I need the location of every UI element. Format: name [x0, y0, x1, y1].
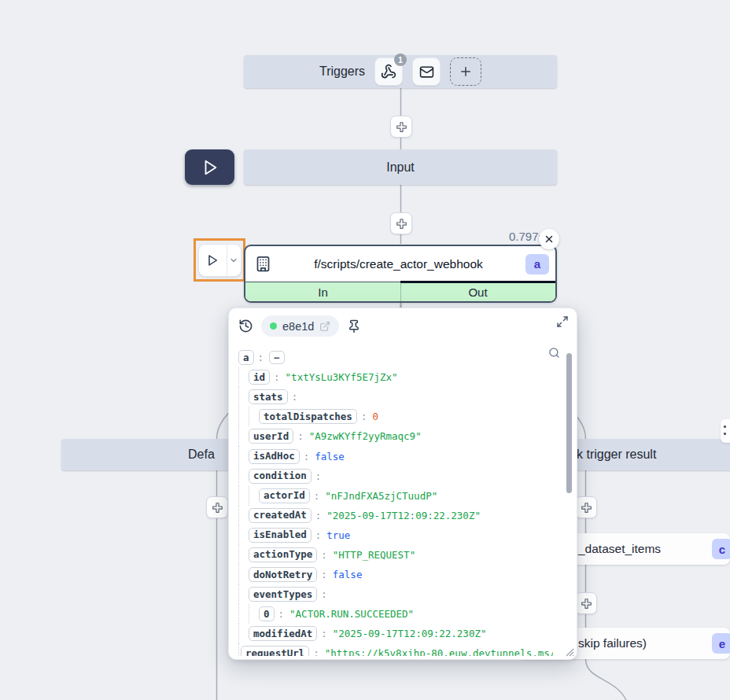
add-step-button[interactable] — [575, 496, 597, 518]
json-key[interactable]: condition — [249, 469, 312, 484]
json-key[interactable]: createdAt — [249, 508, 312, 523]
pin-icon[interactable] — [347, 319, 361, 333]
add-step-button[interactable] — [575, 592, 597, 614]
json-value: "HTTP_REQUEST" — [333, 549, 415, 561]
json-key[interactable]: eventTypes — [249, 587, 317, 602]
json-row[interactable]: modifiedAt:"2025-09-17T12:09:22.230Z" — [238, 624, 553, 643]
add-trigger-button[interactable] — [450, 57, 481, 86]
tab-in[interactable]: In — [245, 282, 400, 302]
resize-handle[interactable] — [565, 647, 574, 657]
indent-guide — [238, 387, 247, 407]
json-value: "nFJndFXA5zjCTuudP" — [325, 490, 437, 502]
json-colon: : — [315, 510, 322, 521]
json-colon: : — [258, 352, 264, 363]
run-flow-button[interactable] — [185, 149, 234, 185]
result-popup: e8e1d a:−id:"txtYsLu3KYf5E7jZx"stats:tot… — [228, 308, 577, 660]
json-row[interactable]: condition: — [238, 466, 553, 486]
close-icon — [544, 234, 555, 245]
json-value: false — [315, 451, 345, 462]
json-key[interactable]: modifiedAt — [249, 626, 317, 641]
script-node-header[interactable]: f/scripts/create_actor_webhook a — [245, 246, 555, 282]
json-key[interactable]: id — [249, 370, 270, 385]
json-row[interactable]: isEnabled:true — [238, 525, 553, 545]
json-key[interactable]: isAdHoc — [249, 449, 300, 464]
json-key[interactable]: isEnabled — [249, 528, 312, 543]
run-id-pill[interactable]: e8e1d — [261, 315, 339, 337]
json-row[interactable]: userId:"A9zwKYff2yyRmaqc9" — [238, 426, 553, 446]
json-key[interactable]: userId — [249, 429, 293, 444]
email-trigger-button[interactable] — [412, 57, 441, 86]
history-icon[interactable] — [238, 319, 253, 333]
input-node[interactable]: Input — [244, 149, 557, 185]
indent-guide — [238, 466, 247, 486]
json-colon: : — [315, 529, 322, 541]
json-colon: : — [321, 569, 327, 580]
json-value: "2025-09-17T12:09:22.230Z" — [333, 628, 487, 639]
json-row[interactable]: actionType:"HTTP_REQUEST" — [238, 545, 553, 565]
json-colon: : — [321, 588, 327, 600]
selected-tab-indicator — [400, 281, 556, 283]
expand-popup-button[interactable] — [556, 315, 569, 328]
run-step-split-button[interactable] — [198, 244, 241, 277]
json-key[interactable]: stats — [249, 389, 288, 404]
plus-icon — [395, 217, 408, 230]
json-value: "https://k5v8xihp-80.euw.devtunnels.ms/a… — [325, 647, 553, 656]
step-id-badge: e — [712, 633, 730, 654]
json-colon: : — [314, 490, 320, 502]
add-branch-button[interactable] — [721, 419, 730, 443]
run-step-button[interactable] — [199, 245, 227, 276]
indent-guide — [238, 565, 247, 584]
external-link-icon[interactable] — [319, 321, 330, 332]
add-step-button[interactable] — [206, 496, 228, 518]
json-row[interactable]: totalDispatches:0 — [238, 407, 553, 426]
json-row[interactable]: actorId:"nFJndFXA5zjCTuudP" — [238, 486, 553, 506]
close-result-button[interactable] — [539, 229, 559, 249]
json-row[interactable]: eventTypes: — [238, 584, 553, 604]
json-row[interactable]: id:"txtYsLu3KYf5E7jZx" — [238, 367, 553, 387]
json-row[interactable]: stats: — [238, 387, 553, 407]
json-value: "2025-09-17T12:09:22.230Z" — [326, 510, 481, 521]
json-row[interactable]: doNotRetry:false — [238, 565, 553, 584]
webhook-trigger-button[interactable]: 1 — [374, 57, 403, 86]
json-key[interactable]: totalDispatches — [259, 409, 357, 424]
json-row[interactable]: 0:"ACTOR.RUN.SUCCEEDED" — [238, 604, 553, 624]
branch-trigger-result-label: k trigger result — [577, 448, 656, 462]
plus-icon — [459, 64, 473, 79]
json-colon: : — [297, 430, 304, 442]
script-node-tabs: In Out — [245, 282, 555, 302]
input-label: Input — [386, 160, 415, 175]
json-row[interactable]: isAdHoc:false — [238, 446, 553, 466]
json-value: true — [326, 529, 350, 541]
json-value: 0 — [372, 411, 378, 422]
mail-icon — [419, 64, 434, 79]
json-row[interactable]: requestUrl:"https://k5v8xihp-80.euw.devt… — [238, 643, 553, 656]
popup-scrollbar[interactable] — [566, 353, 572, 493]
json-colon: : — [304, 451, 310, 462]
json-key[interactable]: doNotRetry — [249, 567, 317, 582]
json-value: "A9zwKYff2yyRmaqc9" — [309, 430, 422, 442]
json-key[interactable]: a — [238, 350, 254, 365]
indent-guide — [238, 506, 247, 525]
json-key[interactable]: requestUrl — [241, 646, 309, 656]
json-viewer[interactable]: a:−id:"txtYsLu3KYf5E7jZx"stats:totalDisp… — [238, 348, 553, 656]
json-key[interactable]: actorId — [259, 488, 310, 503]
add-step-button[interactable] — [390, 212, 412, 234]
resize-grip-icon — [565, 647, 574, 657]
indent-guide — [238, 446, 247, 466]
json-row[interactable]: createdAt:"2025-09-17T12:09:22.230Z" — [238, 506, 553, 525]
json-key[interactable]: actionType — [249, 547, 317, 562]
run-id: e8e1d — [282, 320, 314, 333]
triggers-bar[interactable]: Triggers 1 — [244, 55, 557, 88]
chevron-down-icon — [229, 256, 238, 265]
json-colon: : — [315, 470, 322, 482]
add-step-button[interactable] — [390, 116, 412, 138]
play-icon — [201, 159, 219, 176]
tab-out[interactable]: Out — [400, 282, 555, 302]
json-colon: : — [292, 391, 298, 403]
collapse-toggle[interactable]: − — [269, 351, 285, 364]
status-dot — [270, 322, 277, 330]
json-key[interactable]: 0 — [259, 606, 275, 621]
run-options-button[interactable] — [227, 245, 241, 276]
script-node[interactable]: f/scripts/create_actor_webhook a In Out — [244, 245, 557, 303]
json-row[interactable]: a:− — [238, 348, 553, 367]
